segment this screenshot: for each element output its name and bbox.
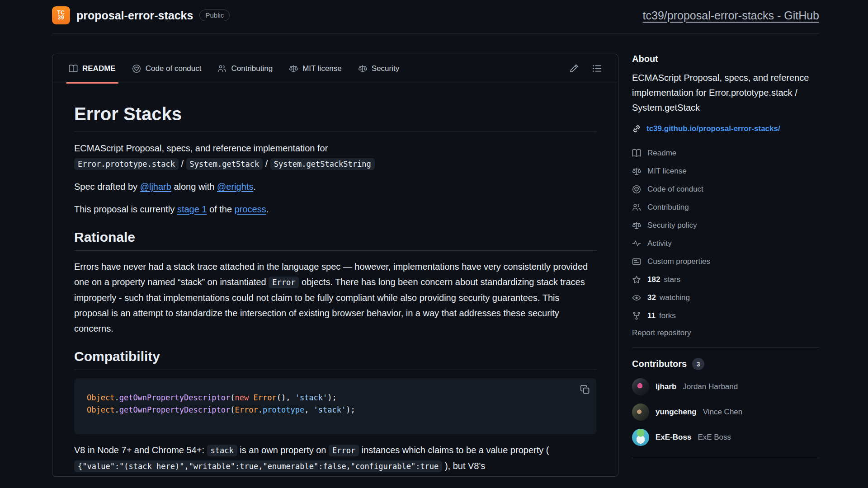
website-link[interactable]: tc39.github.io/proposal-error-stacks/ (646, 124, 780, 133)
intro-paragraph: ECMAScript Proposal, specs, and referenc… (74, 141, 596, 172)
rationale-heading: Rationale (74, 229, 596, 251)
sidebar-links: Readme MIT license Code of conduct Contr… (632, 144, 819, 325)
about-heading: About (632, 54, 819, 64)
avatar-ljharb (632, 378, 649, 395)
sidebar-item-activity[interactable]: Activity (632, 235, 819, 253)
repo-name[interactable]: proposal-error-stacks (76, 9, 193, 22)
tab-label: MIT license (302, 64, 342, 73)
ljharb-link[interactable]: @ljharb (140, 182, 171, 192)
book-icon (69, 64, 78, 73)
github-repo-page: TC 39 proposal-error-stacks Public tc39/… (0, 0, 868, 488)
process-link[interactable]: process (235, 204, 266, 214)
avatar-yungcheng (632, 404, 649, 421)
spec-paragraph: Spec drafted by @ljharb along with @erig… (74, 179, 596, 194)
sidebar-divider (632, 347, 819, 348)
inline-code: Error.prototype.stack (74, 158, 179, 170)
copy-icon[interactable] (580, 385, 590, 394)
sidebar-item-code-of-conduct[interactable]: Code of conduct (632, 180, 819, 198)
sidebar-item-custom-properties[interactable]: Custom properties (632, 253, 819, 271)
code-line: Object.getOwnPropertyDescriptor(Error.pr… (87, 404, 584, 416)
avatar-exe-boss (632, 429, 649, 446)
book-icon (632, 149, 641, 158)
readme-title: Error Stacks (74, 103, 596, 131)
sidebar-item-mit-license[interactable]: MIT license (632, 162, 819, 180)
outline-list-button[interactable] (592, 64, 602, 73)
avatar-text-bottom: 39 (58, 15, 64, 20)
sidebar-item-stars[interactable]: 182 stars (632, 271, 819, 289)
github-external-link[interactable]: tc39/proposal-error-stacks - GitHub (643, 9, 819, 22)
tab-mit-license[interactable]: MIT license (283, 54, 348, 83)
visibility-badge: Public (199, 9, 230, 21)
inline-code: System.getStackString (270, 158, 375, 170)
contributors-heading-row: Contributors 3 (632, 358, 819, 370)
tab-readme[interactable]: README (62, 54, 122, 83)
contributors-heading: Contributors (632, 359, 687, 369)
inline-code: {"value":"(stack here)","writable":true,… (74, 460, 442, 472)
code-lines: Object.getOwnPropertyDescriptor(new Erro… (87, 392, 584, 416)
eye-icon (632, 293, 641, 302)
sidebar-item-readme[interactable]: Readme (632, 144, 819, 162)
readme-card: README Code of conduct Contributing (52, 54, 618, 477)
tab-contributing[interactable]: Contributing (211, 54, 279, 83)
link-icon (632, 124, 641, 133)
contributor-row-exe-boss[interactable]: ExE-Boss ExE Boss (632, 429, 819, 446)
tab-code-of-conduct[interactable]: Code of conduct (126, 54, 208, 83)
code-block: Object.getOwnPropertyDescriptor(new Erro… (74, 378, 596, 434)
sidebar-item-forks[interactable]: 11 forks (632, 307, 819, 325)
law-icon (632, 167, 641, 176)
stage-1-link[interactable]: stage 1 (177, 204, 207, 214)
inline-code: System.getStack (186, 158, 263, 170)
tab-label: README (82, 64, 116, 73)
sidebar-divider-bottom (632, 458, 819, 458)
people-icon (217, 64, 226, 73)
contributors-count-badge: 3 (692, 358, 704, 370)
law-icon (289, 64, 298, 73)
fork-icon (632, 311, 641, 320)
website-row[interactable]: tc39.github.io/proposal-error-stacks/ (632, 124, 819, 133)
code-line: Object.getOwnPropertyDescriptor(new Erro… (87, 392, 584, 404)
contributor-row-ljharb[interactable]: ljharb Jordan Harband (632, 378, 819, 395)
sidebar-item-contributing[interactable]: Contributing (632, 198, 819, 216)
file-tab-bar: README Code of conduct Contributing (52, 54, 618, 83)
people-icon (632, 203, 641, 212)
star-icon (632, 275, 641, 284)
tab-actions (569, 64, 602, 73)
tab-label: Contributing (231, 64, 273, 73)
code-of-conduct-icon (132, 64, 141, 73)
tab-label: Security (372, 64, 399, 73)
tab-label: Code of conduct (146, 64, 202, 73)
rationale-paragraph: Errors have never had a stack trace atta… (74, 259, 596, 336)
about-description: ECMAScript Proposal, specs, and referenc… (632, 70, 819, 115)
header-divider (52, 33, 819, 33)
content-row: README Code of conduct Contributing (52, 54, 819, 477)
edit-pencil-button[interactable] (569, 64, 579, 73)
report-repository-link[interactable]: Report repository (632, 328, 819, 338)
sidebar-item-security-policy[interactable]: Security policy (632, 216, 819, 235)
tab-security[interactable]: Security (352, 54, 406, 83)
erights-link[interactable]: @erights (217, 182, 253, 192)
about-sidebar: About ECMAScript Proposal, specs, and re… (632, 54, 819, 468)
intro-text: ECMAScript Proposal, specs, and referenc… (74, 143, 328, 153)
inline-code: stack (207, 445, 237, 456)
compatibility-heading: Compatibility (74, 348, 596, 370)
note-icon (632, 257, 641, 266)
repo-title-group: TC 39 proposal-error-stacks Public (52, 6, 230, 24)
readme-content: Error Stacks ECMAScript Proposal, specs,… (52, 83, 618, 477)
v8-paragraph: V8 in Node 7+ and Chrome 54+: stack is a… (74, 442, 596, 474)
tc39-org-avatar[interactable]: TC 39 (52, 6, 70, 24)
law-icon (632, 221, 641, 230)
code-of-conduct-icon (632, 185, 641, 194)
repo-header: TC 39 proposal-error-stacks Public tc39/… (0, 0, 868, 24)
inline-code: Error (269, 277, 299, 288)
stage-paragraph: This proposal is currently stage 1 of th… (74, 202, 596, 217)
inline-code: Error (329, 445, 359, 456)
law-icon (358, 64, 367, 73)
contributor-row-yungcheng[interactable]: yungcheng Vince Chen (632, 404, 819, 421)
sidebar-item-watching[interactable]: 32 watching (632, 289, 819, 307)
pulse-icon (632, 239, 641, 248)
